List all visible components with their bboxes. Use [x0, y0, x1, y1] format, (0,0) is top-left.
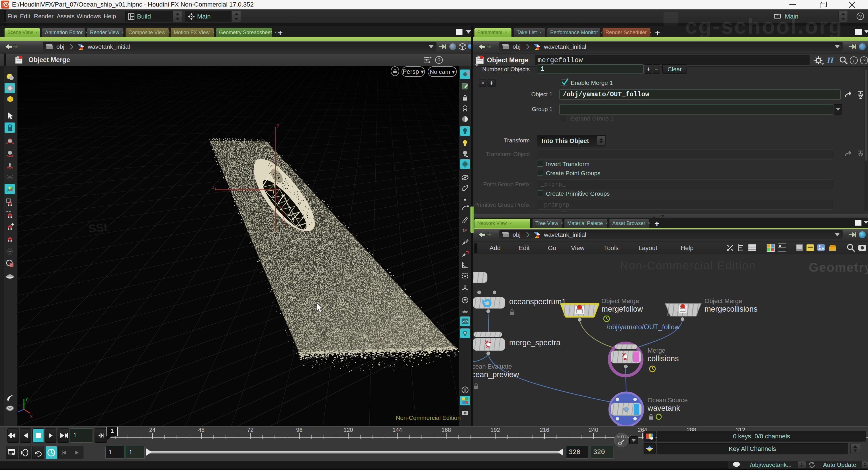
svg-text:216: 216	[540, 427, 549, 433]
svg-text:1²: 1²	[463, 228, 466, 233]
svg-text:168: 168	[441, 427, 451, 433]
svg-text:192: 192	[490, 427, 500, 433]
svg-text:x: x	[30, 414, 32, 418]
svg-text:96: 96	[296, 427, 303, 433]
svg-text:z: z	[212, 184, 214, 189]
svg-text:24: 24	[149, 427, 155, 433]
svg-text:48: 48	[198, 427, 205, 433]
svg-text:abc: abc	[462, 310, 468, 314]
svg-text:y: y	[277, 122, 279, 127]
svg-text:240: 240	[589, 427, 598, 433]
svg-text:120: 120	[343, 427, 353, 433]
svg-text:SSt: SSt	[88, 221, 108, 235]
svg-text:y: y	[26, 396, 28, 401]
svg-text:72: 72	[247, 427, 253, 433]
svg-text:144: 144	[393, 427, 402, 433]
